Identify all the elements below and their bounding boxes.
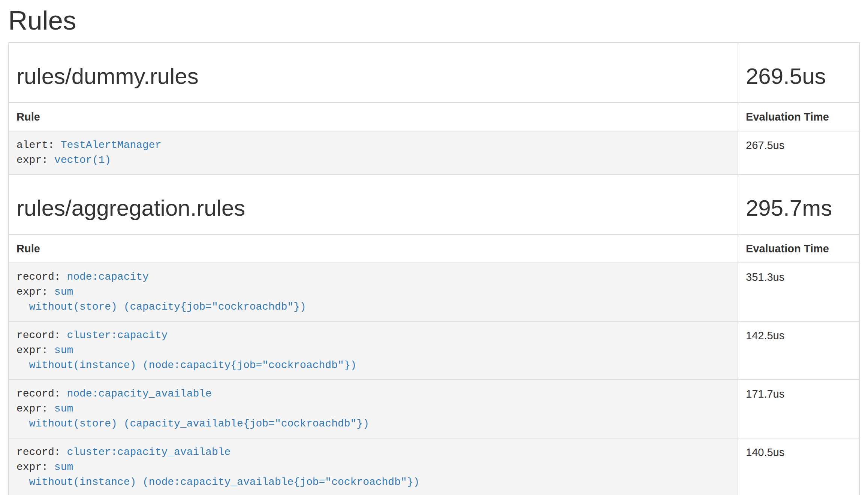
rule-column-header: Rule xyxy=(9,234,738,263)
code-line: expr: sum xyxy=(16,460,730,475)
rule-expr-link[interactable]: sum xyxy=(54,461,73,473)
rule-code: record: node:capacityexpr: sum without(s… xyxy=(16,270,730,315)
rule-code-label: expr: xyxy=(16,344,54,356)
code-line: expr: sum xyxy=(16,343,730,358)
eval-time-column-header: Evaluation Time xyxy=(738,234,859,263)
rule-code: record: cluster:capacity_availableexpr: … xyxy=(16,445,730,490)
rules-page: Rules rules/dummy.rules 269.5us Rule Eva… xyxy=(0,0,868,495)
rule-expr-link[interactable]: sum xyxy=(54,403,73,414)
rule-code-label: expr: xyxy=(16,403,54,414)
rule-code-cell: alert: TestAlertManagerexpr: vector(1) xyxy=(9,131,738,174)
code-line: expr: sum xyxy=(16,401,730,416)
rule-expr-link[interactable]: TestAlertManager xyxy=(61,139,162,151)
rule-eval-time: 171.7us xyxy=(738,380,859,438)
rule-group-eval-time-cell: 269.5us xyxy=(738,43,859,103)
rule-code-label: record: xyxy=(16,446,67,458)
rule-code-label: expr: xyxy=(16,286,54,298)
rule-group-header-row: rules/dummy.rules 269.5us xyxy=(9,43,859,103)
rule-group-name-cell: rules/dummy.rules xyxy=(9,43,738,103)
column-header-row: Rule Evaluation Time xyxy=(9,234,859,263)
rule-code: record: cluster:capacityexpr: sum withou… xyxy=(16,328,730,373)
rule-group-name-cell: rules/aggregation.rules xyxy=(9,174,738,234)
rule-code-label: alert: xyxy=(16,139,61,151)
rule-expr-link[interactable]: node:capacity_available xyxy=(67,388,211,400)
rule-expr-link[interactable]: sum xyxy=(54,344,73,356)
rule-row: record: cluster:capacity_availableexpr: … xyxy=(9,438,859,495)
code-line: without(instance) (node:capacity{job="co… xyxy=(16,358,730,373)
code-line: expr: sum xyxy=(16,285,730,300)
code-line: record: node:capacity xyxy=(16,270,730,285)
rule-code-cell: record: cluster:capacity_availableexpr: … xyxy=(9,438,738,495)
rule-code-label: record: xyxy=(16,271,67,283)
page-title: Rules xyxy=(8,6,860,35)
rule-expr-link[interactable]: without(instance) (node:capacity{job="co… xyxy=(16,359,356,371)
code-line: record: cluster:capacity xyxy=(16,328,730,343)
rule-code-cell: record: node:capacityexpr: sum without(s… xyxy=(9,263,738,321)
rule-column-header: Rule xyxy=(9,103,738,131)
code-line: alert: TestAlertManager xyxy=(16,138,730,153)
rule-row: record: cluster:capacityexpr: sum withou… xyxy=(9,321,859,380)
code-line: without(store) (capacity{job="cockroachd… xyxy=(16,300,730,315)
rule-expr-link[interactable]: without(store) (capacity_available{job="… xyxy=(16,418,369,429)
rule-expr-link[interactable]: vector(1) xyxy=(54,154,111,166)
rule-eval-time: 142.5us xyxy=(738,321,859,380)
rule-code: alert: TestAlertManagerexpr: vector(1) xyxy=(16,138,730,168)
code-line: record: node:capacity_available xyxy=(16,386,730,401)
rule-eval-time: 267.5us xyxy=(738,131,859,174)
code-line: record: cluster:capacity_available xyxy=(16,445,730,460)
rule-expr-link[interactable]: sum xyxy=(54,286,73,298)
rule-group-header-row: rules/aggregation.rules 295.7ms xyxy=(9,174,859,234)
rule-expr-link[interactable]: cluster:capacity xyxy=(67,330,168,341)
rule-code-cell: record: cluster:capacityexpr: sum withou… xyxy=(9,321,738,380)
rule-code-label: expr: xyxy=(16,154,54,166)
rule-expr-link[interactable]: cluster:capacity_available xyxy=(67,446,230,458)
rule-group-eval-time: 295.7ms xyxy=(746,196,852,221)
rule-row: alert: TestAlertManagerexpr: vector(1) 2… xyxy=(9,131,859,174)
rule-eval-time: 140.5us xyxy=(738,438,859,495)
rule-group-eval-time-cell: 295.7ms xyxy=(738,174,859,234)
rule-code: record: node:capacity_availableexpr: sum… xyxy=(16,386,730,431)
rule-code-label: record: xyxy=(16,388,67,400)
code-line: without(store) (capacity_available{job="… xyxy=(16,416,730,431)
rule-row: record: node:capacityexpr: sum without(s… xyxy=(9,263,859,321)
rule-row: record: node:capacity_availableexpr: sum… xyxy=(9,380,859,438)
rule-code-cell: record: node:capacity_availableexpr: sum… xyxy=(9,380,738,438)
rule-eval-time: 351.3us xyxy=(738,263,859,321)
eval-time-column-header: Evaluation Time xyxy=(738,103,859,131)
rule-group-name: rules/dummy.rules xyxy=(16,64,730,89)
code-line: expr: vector(1) xyxy=(16,153,730,168)
rule-expr-link[interactable]: without(instance) (node:capacity_availab… xyxy=(16,476,419,488)
rule-expr-link[interactable]: node:capacity xyxy=(67,271,148,283)
rule-group-eval-time: 269.5us xyxy=(746,64,852,89)
rule-code-label: record: xyxy=(16,330,67,341)
column-header-row: Rule Evaluation Time xyxy=(9,103,859,131)
rule-expr-link[interactable]: without(store) (capacity{job="cockroachd… xyxy=(16,301,306,313)
rules-table: rules/dummy.rules 269.5us Rule Evaluatio… xyxy=(8,42,860,495)
rule-code-label: expr: xyxy=(16,461,54,473)
rule-group-name: rules/aggregation.rules xyxy=(16,196,730,221)
code-line: without(instance) (node:capacity_availab… xyxy=(16,475,730,490)
